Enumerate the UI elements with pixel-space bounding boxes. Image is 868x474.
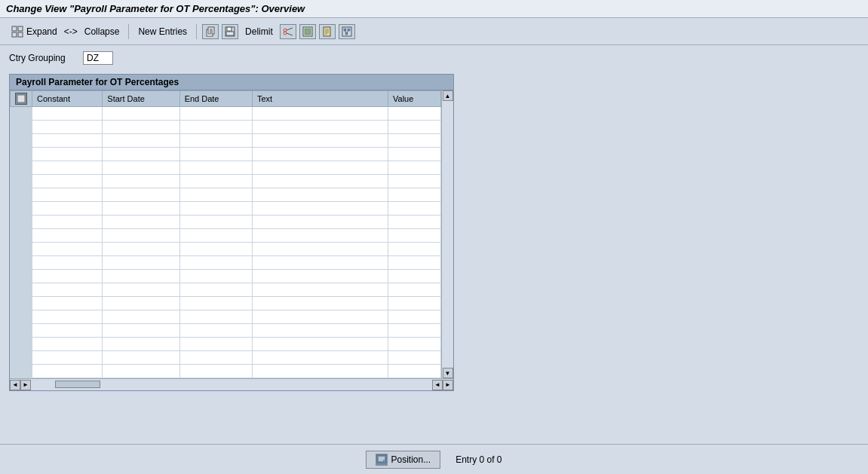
cell-end-date[interactable] [179, 134, 252, 148]
row-sel[interactable] [11, 297, 32, 310]
cell-end-date[interactable] [179, 188, 252, 202]
cell-text[interactable] [253, 351, 388, 365]
cell-start-date[interactable] [103, 297, 179, 310]
cell-constant[interactable] [32, 338, 103, 351]
cell-constant[interactable] [32, 148, 103, 161]
cell-value[interactable] [388, 134, 441, 148]
cell-start-date[interactable] [103, 365, 179, 378]
cell-value[interactable] [388, 202, 441, 216]
scroll-left-button[interactable]: ◄ [10, 380, 20, 390]
cell-start-date[interactable] [103, 338, 179, 351]
row-sel[interactable] [11, 148, 32, 161]
row-sel[interactable] [11, 134, 32, 148]
row-sel[interactable] [11, 243, 32, 256]
info-button[interactable] [299, 24, 316, 39]
cell-value[interactable] [388, 256, 441, 270]
cell-start-date[interactable] [103, 202, 179, 216]
cell-end-date[interactable] [179, 338, 252, 351]
row-sel[interactable] [11, 216, 32, 229]
cell-end-date[interactable] [179, 297, 252, 310]
cell-start-date[interactable] [103, 161, 179, 175]
cell-constant[interactable] [32, 202, 103, 216]
collapse-button[interactable]: Collapse [81, 24, 124, 39]
save-button[interactable] [222, 24, 238, 39]
row-sel[interactable] [11, 310, 32, 324]
cell-text[interactable] [253, 338, 388, 351]
row-sel[interactable] [11, 283, 32, 297]
cell-start-date[interactable] [103, 188, 179, 202]
row-sel[interactable] [11, 202, 32, 216]
row-sel[interactable] [11, 229, 32, 243]
cell-text[interactable] [253, 148, 388, 161]
cell-start-date[interactable] [103, 216, 179, 229]
cell-text[interactable] [253, 134, 388, 148]
cell-value[interactable] [388, 161, 441, 175]
cell-value[interactable] [388, 351, 441, 365]
cell-text[interactable] [253, 283, 388, 297]
cell-constant[interactable] [32, 297, 103, 310]
row-sel[interactable] [11, 365, 32, 378]
cell-start-date[interactable] [103, 324, 179, 338]
cell-constant[interactable] [32, 134, 103, 148]
cell-constant[interactable] [32, 270, 103, 283]
ctry-grouping-input[interactable] [83, 51, 113, 65]
cell-start-date[interactable] [103, 107, 179, 121]
scissors-button[interactable] [280, 24, 296, 39]
cell-value[interactable] [388, 283, 441, 297]
cell-start-date[interactable] [103, 243, 179, 256]
cell-end-date[interactable] [179, 175, 252, 188]
cell-end-date[interactable] [179, 270, 252, 283]
cell-value[interactable] [388, 338, 441, 351]
cell-end-date[interactable] [179, 121, 252, 134]
cell-value[interactable] [388, 365, 441, 378]
cell-value[interactable] [388, 270, 441, 283]
cell-text[interactable] [253, 121, 388, 134]
cell-start-date[interactable] [103, 148, 179, 161]
cell-start-date[interactable] [103, 229, 179, 243]
cell-text[interactable] [253, 297, 388, 310]
cell-end-date[interactable] [179, 216, 252, 229]
row-sel[interactable] [11, 175, 32, 188]
cell-text[interactable] [253, 310, 388, 324]
cell-text[interactable] [253, 270, 388, 283]
cell-text[interactable] [253, 216, 388, 229]
cell-value[interactable] [388, 229, 441, 243]
relation-button[interactable] [339, 24, 355, 39]
cell-value[interactable] [388, 216, 441, 229]
cell-constant[interactable] [32, 310, 103, 324]
cell-start-date[interactable] [103, 310, 179, 324]
cell-value[interactable] [388, 121, 441, 134]
row-sel[interactable] [11, 188, 32, 202]
new-entries-button[interactable]: New Entries [134, 24, 191, 39]
cell-value[interactable] [388, 243, 441, 256]
cell-value[interactable] [388, 297, 441, 310]
cell-start-date[interactable] [103, 270, 179, 283]
cell-text[interactable] [253, 229, 388, 243]
delimit-button[interactable]: Delimit [241, 24, 277, 39]
row-sel[interactable] [11, 324, 32, 338]
cell-constant[interactable] [32, 121, 103, 134]
row-sel[interactable] [11, 338, 32, 351]
cell-constant[interactable] [32, 229, 103, 243]
cell-end-date[interactable] [179, 351, 252, 365]
cell-end-date[interactable] [179, 107, 252, 121]
row-sel[interactable] [11, 351, 32, 365]
cell-constant[interactable] [32, 324, 103, 338]
cell-constant[interactable] [32, 175, 103, 188]
cell-end-date[interactable] [179, 256, 252, 270]
cell-end-date[interactable] [179, 310, 252, 324]
cell-end-date[interactable] [179, 283, 252, 297]
cell-text[interactable] [253, 243, 388, 256]
cell-start-date[interactable] [103, 121, 179, 134]
cell-text[interactable] [253, 202, 388, 216]
cell-start-date[interactable] [103, 351, 179, 365]
doc-button[interactable] [319, 24, 336, 39]
cell-text[interactable] [253, 365, 388, 378]
cell-value[interactable] [388, 324, 441, 338]
scroll-down-button[interactable]: ▼ [443, 368, 453, 378]
cell-text[interactable] [253, 324, 388, 338]
cell-constant[interactable] [32, 351, 103, 365]
cell-end-date[interactable] [179, 365, 252, 378]
select-all-checkbox[interactable] [15, 93, 27, 105]
position-button[interactable]: Position... [366, 451, 440, 469]
